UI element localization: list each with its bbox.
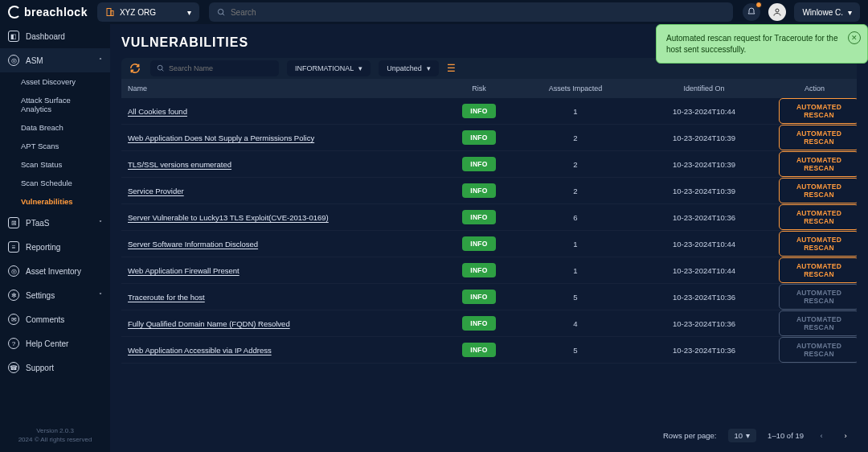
automated-rescan-button[interactable]: AUTOMATED RESCAN [779, 151, 857, 177]
vuln-link[interactable]: TLS/SSL versions enumerated [128, 160, 231, 169]
col-risk[interactable]: Risk [443, 79, 515, 98]
next-page-button[interactable]: › [839, 431, 852, 440]
nav-settings[interactable]: ✻ Settings ˅ [0, 283, 110, 307]
chevron-down-icon: ˅ [99, 220, 102, 227]
filter-lines-icon: ☰ [447, 63, 456, 74]
nav-asm-sub[interactable]: Asset Discovery [0, 72, 110, 91]
toast-close-button[interactable]: ✕ [848, 31, 861, 44]
chevron-down-icon: ▾ [358, 64, 362, 72]
table-row: Fully Qualified Domain Name (FQDN) Resol… [121, 310, 857, 337]
nav-asm[interactable]: ◎ ASM ˄ [0, 48, 110, 72]
identified-on: 10-23-2024T10:36 [636, 337, 772, 364]
vuln-link[interactable]: Server Software Information Disclosed [128, 240, 258, 249]
identified-on: 10-23-2024T10:36 [636, 310, 772, 337]
assets-count: 1 [515, 257, 636, 284]
table-search[interactable] [150, 60, 279, 76]
asm-icon: ◎ [8, 55, 19, 66]
automated-rescan-button[interactable]: AUTOMATED RESCAN [779, 98, 857, 124]
svg-point-4 [776, 9, 779, 12]
nav-label: Dashboard [26, 32, 65, 41]
severity-filter[interactable]: INFORMATIONAL ▾ [287, 60, 371, 76]
assets-count: 5 [515, 337, 636, 364]
building-icon [105, 7, 115, 17]
nav-help[interactable]: ? Help Center [0, 331, 110, 355]
nav-reporting[interactable]: ≡ Reporting [0, 235, 110, 259]
automated-rescan-button[interactable]: AUTOMATED RESCAN [779, 257, 857, 283]
account-button[interactable] [768, 3, 786, 21]
dashboard-icon: ◧ [8, 31, 19, 42]
nav-label: Settings [26, 291, 55, 300]
org-name: XYZ ORG [120, 8, 156, 17]
user-icon [772, 7, 782, 17]
vuln-link[interactable]: Fully Qualified Domain Name (FQDN) Resol… [128, 319, 290, 328]
filter-lines-button[interactable]: ☰ [447, 63, 456, 74]
nav-asset-inventory[interactable]: ◎ Asset Inventory [0, 259, 110, 283]
assets-count: 1 [515, 98, 636, 125]
success-toast: Automated rescan request for Traceroute … [656, 24, 868, 64]
copyright-text: 2024 © All rights reserved [3, 435, 107, 444]
automated-rescan-button[interactable]: AUTOMATED RESCAN [779, 231, 857, 257]
status-filter[interactable]: Unpatched ▾ [379, 60, 439, 76]
identified-on: 10-23-2024T10:36 [636, 204, 772, 231]
chevron-down-icon: ▾ [187, 8, 191, 17]
nav-asm-sub[interactable]: APT Scans [0, 137, 110, 155]
assets-count: 2 [515, 151, 636, 178]
vuln-link[interactable]: All Cookies found [128, 107, 187, 116]
col-action: Action [772, 79, 857, 98]
nav-label: PTaaS [26, 219, 49, 228]
chevron-down-icon: ˅ [99, 292, 102, 299]
automated-rescan-button[interactable]: AUTOMATED RESCAN [779, 125, 857, 150]
nav-support[interactable]: ☎ Support [0, 355, 110, 380]
identified-on: 10-23-2024T10:44 [636, 231, 772, 257]
global-search[interactable] [209, 2, 733, 22]
vuln-link[interactable]: Web Application Accessible via IP Addres… [128, 346, 272, 355]
assets-count: 4 [515, 310, 636, 337]
table-search-input[interactable] [169, 64, 272, 72]
svg-rect-1 [111, 11, 113, 16]
rows-value: 10 [735, 431, 743, 440]
table-row: Server Vulnerable to Lucky13 TLS Exploit… [121, 204, 857, 231]
vuln-link[interactable]: Traceroute for the host [128, 293, 205, 302]
automated-rescan-button[interactable]: AUTOMATED RESCAN [779, 204, 857, 230]
prev-page-button[interactable]: ‹ [815, 431, 828, 440]
ptaas-icon: ⊞ [8, 217, 19, 228]
nav-asm-sub[interactable]: Vulnerabilities [0, 192, 110, 211]
notification-dot [755, 2, 762, 8]
identified-on: 10-23-2024T10:39 [636, 178, 772, 204]
rows-per-page-label: Rows per page: [663, 431, 717, 440]
search-icon [217, 8, 226, 17]
bell-icon [747, 7, 756, 17]
col-date[interactable]: Identified On [636, 79, 772, 98]
col-name[interactable]: Name [121, 79, 443, 98]
sidebar: ◧ Dashboard ◎ ASM ˄ Asset DiscoveryAttac… [0, 24, 110, 452]
nav-label: Support [26, 364, 54, 372]
vuln-link[interactable]: Web Application Does Not Supply a Permis… [128, 134, 314, 142]
help-icon: ? [8, 338, 19, 349]
refresh-button[interactable] [128, 61, 142, 76]
vuln-link[interactable]: Server Vulnerable to Lucky13 TLS Exploit… [128, 213, 329, 222]
col-assets[interactable]: Assets Impacted [515, 79, 636, 98]
reporting-icon: ≡ [8, 241, 19, 253]
support-icon: ☎ [8, 362, 19, 373]
assets-count: 2 [515, 178, 636, 204]
rows-per-page-select[interactable]: 10 ▾ [728, 429, 757, 442]
vuln-link[interactable]: Service Provider [128, 187, 184, 195]
user-menu[interactable]: Winlowe C. ▾ [794, 2, 860, 22]
nav-label: Asset Inventory [26, 267, 81, 276]
nav-comments[interactable]: ✉ Comments [0, 307, 110, 331]
nav-asm-sub[interactable]: Data Breach [0, 118, 110, 137]
nav-asm-sub[interactable]: Attack Surface Analytics [0, 91, 110, 118]
nav-asm-sub[interactable]: Scan Schedule [0, 174, 110, 192]
nav-asm-sub[interactable]: Scan Status [0, 155, 110, 174]
org-selector[interactable]: XYZ ORG ▾ [97, 2, 199, 22]
chevron-down-icon: ▾ [746, 431, 750, 440]
nav-dashboard[interactable]: ◧ Dashboard [0, 24, 110, 48]
global-search-input[interactable] [231, 8, 725, 17]
automated-rescan-button: AUTOMATED RESCAN [779, 337, 857, 363]
automated-rescan-button[interactable]: AUTOMATED RESCAN [779, 178, 857, 203]
search-icon [157, 64, 165, 72]
notifications-button[interactable] [743, 3, 760, 21]
vuln-link[interactable]: Web Application Firewall Present [128, 266, 240, 275]
table-row: TLS/SSL versions enumeratedINFO210-23-20… [121, 151, 857, 178]
nav-ptaas[interactable]: ⊞ PTaaS ˅ [0, 211, 110, 235]
